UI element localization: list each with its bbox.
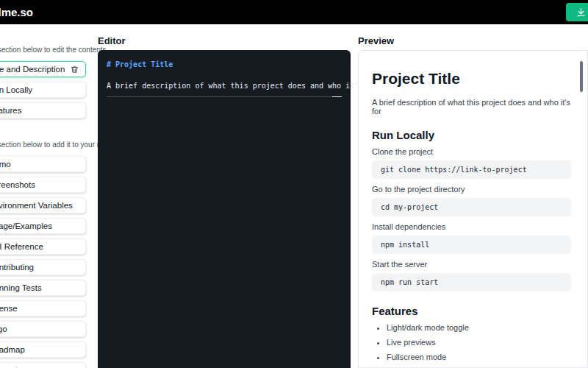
preview-panel: Project TitleA brief description of what… [358,50,588,368]
code-block: git clone https://link-to-project [372,160,571,179]
sidebar-add-section-screenshots[interactable]: Screenshots [0,177,86,193]
section-label: Run Locally [0,85,79,94]
editor-line [107,71,342,82]
feature-list-item: Light/dark mode toggle [387,323,571,332]
sections-sidebar: Click on a section below to edit the con… [0,46,86,368]
sidebar-section-title-and-description[interactable]: Title and Description [0,61,86,77]
delete-section-icon[interactable] [71,66,79,74]
markdown-editor[interactable]: # Project Title A brief description of w… [98,50,351,368]
app: readme.so Download Click on a section be… [0,0,588,368]
code-block: cd my-project [372,198,571,216]
editor-column-title: Editor [98,35,126,46]
section-label: Features [0,106,79,115]
sidebar-add-section-running-tests[interactable]: Running Tests [0,280,86,296]
sidebar-add-section-contributing[interactable]: Contributing [0,259,86,275]
feature-list-item: Live previews [387,338,571,347]
section-label: Running Tests [0,283,79,292]
code-block: npm install [372,236,571,254]
add-sections-hint: Click on a section below to add it to yo… [0,141,86,149]
preview-paragraph: Install dependencies [372,222,571,231]
section-label: License [0,304,79,313]
preview-paragraph: Clone the project [372,147,571,156]
code-block: npm run start [372,273,571,291]
editor-line: A brief description of what this project… [107,81,342,92]
section-label: Demo [0,160,79,169]
section-label: Screenshots [0,180,79,189]
sidebar-add-section-demo[interactable]: Demo [0,156,86,172]
section-label: Title and Description [0,65,71,74]
sidebar-section-run-locally[interactable]: Run Locally [0,82,86,98]
edit-sections-list: Title and DescriptionRun LocallyFeatures [0,61,86,118]
topbar: readme.so Download [0,0,588,24]
section-label: Logo [0,325,79,333]
preview-scrollbar-thumb[interactable] [580,61,583,92]
edit-sections-hint: Click on a section below to edit the con… [0,46,86,54]
preview-content: Project TitleA brief description of what… [372,70,571,361]
preview-paragraph: Go to the project directory [372,185,571,194]
sidebar-add-section-usage-examples[interactable]: Usage/Examples [0,218,86,234]
sidebar-section-features[interactable]: Features [0,102,86,118]
sidebar-add-section-environment-variables[interactable]: Environment Variables [0,197,86,213]
feature-list-item: Fullscreen mode [387,353,571,361]
download-button[interactable]: Download [566,3,588,21]
add-sections-list: DemoScreenshotsEnvironment VariablesUsag… [0,156,86,368]
feature-list: Light/dark mode toggleLive previewsFulls… [372,323,571,361]
preview-heading-1: Project Title [372,70,571,88]
section-label: Contributing [0,263,79,272]
section-label: API Reference [0,242,79,251]
preview-paragraph: Start the server [372,260,571,269]
preview-column-title: Preview [358,35,394,46]
section-label: Environment Variables [0,201,79,210]
sidebar-add-section-roadmap[interactable]: Roadmap [0,342,86,358]
download-icon [576,7,586,17]
sidebar-add-section-license[interactable]: License [0,300,86,316]
preview-heading-2: Run Locally [372,129,571,141]
sidebar-add-section-logo[interactable]: Logo [0,321,86,337]
preview-paragraph: A brief description of what this project… [372,98,571,116]
preview-heading-2: Features [372,305,571,317]
editor-caret-line [107,96,342,97]
sidebar-add-section-api-reference[interactable]: API Reference [0,238,86,255]
editor-lines: # Project Title A brief description of w… [107,60,342,92]
section-label: Usage/Examples [0,222,79,230]
section-label: Roadmap [0,345,79,354]
app-logo[interactable]: readme.so [0,6,33,18]
sidebar-add-section-support[interactable]: Support [0,362,86,368]
editor-line: # Project Title [107,60,342,71]
